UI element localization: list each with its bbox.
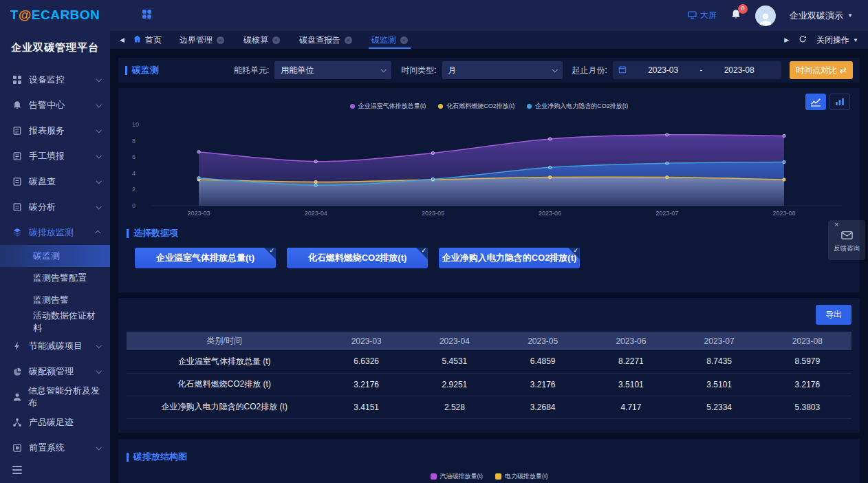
org-name: 企业双碳演示 bbox=[790, 10, 843, 22]
close-operations-label: 关闭操作 bbox=[816, 34, 849, 46]
report-icon bbox=[12, 151, 23, 161]
sidebar-item-0[interactable]: 设备监控 bbox=[0, 67, 110, 92]
monitor-icon bbox=[688, 10, 697, 21]
time-type-value: 月 bbox=[448, 65, 457, 76]
table-cell: 企业温室气体排放总量 (t) bbox=[127, 350, 323, 373]
time-type-label: 时间类型: bbox=[401, 65, 436, 76]
topbar: 大屏 8 企业双碳演示 ▼ bbox=[110, 0, 868, 31]
sidebar-item-label: 产品碳足迹 bbox=[29, 416, 74, 429]
sidebar-subitem-10[interactable]: 活动数据佐证材料 bbox=[0, 311, 110, 333]
sidebar-item-15[interactable]: 前置系统 bbox=[0, 435, 110, 460]
structure-title: 碳排放结构图 bbox=[133, 451, 187, 463]
logo-text: T bbox=[10, 8, 19, 23]
date-range-input[interactable]: 2023-03 - 2023-08 bbox=[613, 61, 781, 79]
chevron-down-icon bbox=[96, 102, 101, 107]
energy-unit-select[interactable]: 用能单位 bbox=[274, 61, 391, 79]
select-data-title: 选择数据项 bbox=[133, 227, 178, 239]
svg-text:2023-07: 2023-07 bbox=[655, 210, 678, 217]
home-tab[interactable]: 首页 bbox=[133, 34, 162, 46]
tabs-scroll-left-icon[interactable]: ◀ bbox=[120, 36, 124, 43]
tab-3[interactable]: 碳监测× bbox=[371, 31, 408, 49]
feedback-widget[interactable]: × 反馈咨询 bbox=[828, 220, 865, 260]
sidebar-item-label: 设备监控 bbox=[29, 74, 65, 86]
close-operations-dropdown[interactable]: 关闭操作 ▼ bbox=[816, 34, 858, 46]
sidebar-item-5[interactable]: 碳分析 bbox=[0, 194, 110, 219]
data-item-buttons: 企业温室气体排放总量(t)✓化石燃料燃烧CO2排放(t)✓企业净购入电力隐含的C… bbox=[135, 248, 851, 268]
title-accent-bar bbox=[127, 229, 129, 238]
close-icon[interactable]: × bbox=[834, 220, 838, 228]
legend-item[interactable]: 企业净购入电力隐含的CO2排放(t) bbox=[527, 102, 628, 111]
svg-text:4: 4 bbox=[132, 170, 135, 177]
sidebar-item-3[interactable]: 手工填报 bbox=[0, 143, 110, 169]
sidebar-item-12[interactable]: 碳配额管理 bbox=[0, 358, 110, 384]
big-screen-button[interactable]: 大屏 bbox=[688, 10, 717, 21]
sidebar-item-4[interactable]: 碳盘查 bbox=[0, 169, 110, 194]
sidebar-item-13[interactable]: 信息智能分析及发布 bbox=[0, 384, 110, 409]
refresh-icon[interactable] bbox=[799, 35, 807, 45]
table-header-cell: 2023-06 bbox=[587, 332, 675, 350]
notifications-button[interactable]: 8 bbox=[730, 9, 741, 23]
sidebar-item-label: 监测告警配置 bbox=[33, 272, 87, 284]
sidebar-item-label: 报表服务 bbox=[29, 125, 65, 137]
tab-0[interactable]: 边界管理× bbox=[180, 31, 224, 49]
svg-text:2023-08: 2023-08 bbox=[772, 210, 795, 217]
chevron-down-icon bbox=[96, 153, 101, 158]
table-cell: 2.9251 bbox=[411, 373, 499, 396]
tab-close-icon[interactable]: × bbox=[272, 36, 280, 44]
tab-2[interactable]: 碳盘查报告× bbox=[299, 31, 352, 49]
time-type-select[interactable]: 月 bbox=[442, 61, 563, 79]
data-item-button-2[interactable]: 企业净购入电力隐含的CO2排放(t)✓ bbox=[439, 248, 580, 268]
bar-chart-toggle[interactable] bbox=[829, 94, 850, 110]
table-cell: 5.3803 bbox=[763, 396, 851, 418]
tab-close-icon[interactable]: × bbox=[217, 36, 224, 44]
sidebar-item-label: 前置系统 bbox=[29, 442, 65, 454]
sidebar-item-label: 碳分析 bbox=[29, 201, 56, 213]
export-button[interactable]: 导出 bbox=[816, 305, 851, 325]
svg-text:0: 0 bbox=[132, 202, 135, 209]
table-cell: 8.7435 bbox=[675, 350, 763, 373]
network-icon bbox=[12, 417, 23, 427]
table-row: 化石燃料燃烧CO2排放 (t)3.21762.92513.21763.51013… bbox=[127, 373, 851, 396]
chevron-down-icon bbox=[96, 178, 101, 184]
line-chart-toggle[interactable] bbox=[805, 94, 826, 110]
apps-grid-icon[interactable] bbox=[142, 9, 152, 22]
sidebar-item-14[interactable]: 产品碳足迹 bbox=[0, 409, 110, 435]
energy-unit-label: 能耗单元: bbox=[234, 65, 269, 76]
sidebar-item-label: 监测告警 bbox=[33, 294, 69, 306]
sidebar-subitem-8[interactable]: 监测告警配置 bbox=[0, 267, 110, 289]
sidebar-item-6[interactable]: 碳排放监测 bbox=[0, 219, 110, 245]
sidebar-item-2[interactable]: 报表服务 bbox=[0, 118, 110, 143]
table-row: 企业净购入电力隐含的CO2排放 (t)3.41512.5283.26844.71… bbox=[127, 396, 851, 418]
sidebar-item-11[interactable]: 节能减碳项目 bbox=[0, 333, 110, 358]
table-header-cell: 2023-03 bbox=[323, 332, 411, 350]
tab-1[interactable]: 碳核算× bbox=[243, 31, 280, 49]
avatar[interactable] bbox=[755, 6, 776, 26]
tabs-scroll-right-icon[interactable]: ▶ bbox=[784, 36, 789, 43]
tab-label: 碳监测 bbox=[371, 34, 396, 46]
sidebar-item-label: 活动数据佐证材料 bbox=[33, 310, 100, 334]
tab-close-icon[interactable]: × bbox=[400, 36, 408, 44]
select-data-header: 选择数据项 bbox=[127, 227, 851, 239]
data-item-button-1[interactable]: 化石燃料燃烧CO2排放(t)✓ bbox=[287, 248, 428, 268]
chevron-up-icon bbox=[95, 230, 100, 235]
data-item-button-0[interactable]: 企业温室气体排放总量(t)✓ bbox=[135, 248, 276, 268]
org-switcher[interactable]: 企业双碳演示 ▼ bbox=[790, 10, 853, 22]
logo-at-icon: @ bbox=[19, 8, 32, 23]
sidebar-subitem-7[interactable]: 碳监测 bbox=[0, 245, 110, 267]
time-point-compare-button[interactable]: 时间点对比 ⇄ bbox=[790, 61, 853, 79]
structure-legend-item[interactable]: 汽油碳排放量(t) bbox=[431, 472, 484, 481]
sidebar-subitem-9[interactable]: 监测告警 bbox=[0, 289, 110, 311]
collapse-menu-icon[interactable] bbox=[0, 461, 110, 483]
table-cell: 3.2176 bbox=[763, 373, 851, 396]
structure-chart-panel: 碳排放结构图 汽油碳排放量(t)电力碳排放量(t) bbox=[118, 439, 860, 483]
legend-item[interactable]: 化石燃料燃烧CO2排放(t) bbox=[438, 102, 514, 111]
sidebar-item-1[interactable]: 告警中心 bbox=[0, 92, 110, 118]
structure-legend-item[interactable]: 电力碳排放量(t) bbox=[495, 472, 548, 481]
check-icon: ✓ bbox=[269, 247, 274, 254]
tab-close-icon[interactable]: × bbox=[345, 36, 352, 44]
doc-icon bbox=[12, 202, 23, 212]
emissions-area-chart: 02468102023-032023-042023-052023-062023-… bbox=[127, 115, 851, 218]
caret-down-icon: ▼ bbox=[853, 37, 858, 43]
legend-item[interactable]: 企业温室气体排放总量(t) bbox=[350, 102, 426, 111]
table-cell: 6.4859 bbox=[499, 350, 587, 373]
